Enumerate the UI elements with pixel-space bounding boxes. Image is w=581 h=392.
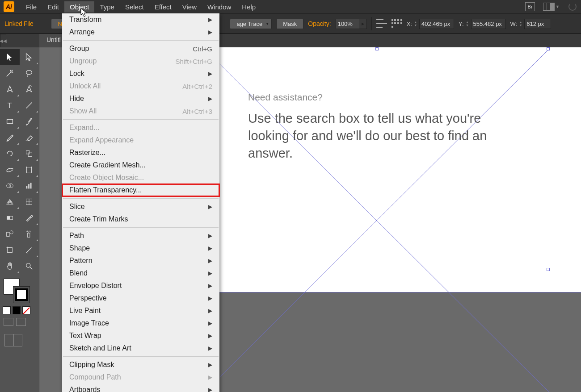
menu-item-clipping-mask[interactable]: Clipping Mask▶	[62, 359, 219, 371]
menu-item-rasterize[interactable]: Rasterize...	[62, 146, 219, 159]
pen-tool[interactable]	[0, 81, 20, 97]
menu-item-create-gradient-mesh[interactable]: Create Gradient Mesh...	[62, 159, 219, 171]
menu-item-image-trace[interactable]: Image Trace▶	[62, 317, 219, 329]
menu-item-text-wrap[interactable]: Text Wrap▶	[62, 329, 219, 342]
bridge-icon[interactable]: Br	[525, 2, 535, 11]
menu-item-shape[interactable]: Shape▶	[62, 242, 219, 254]
align-grid-icon[interactable]	[392, 19, 402, 28]
spinner[interactable]: ▲▼	[518, 21, 523, 27]
menu-view[interactable]: View	[177, 1, 202, 13]
menu-item-perspective[interactable]: Perspective▶	[62, 292, 219, 304]
menu-file[interactable]: File	[21, 1, 42, 13]
menu-item-create-trim-marks[interactable]: Create Trim Marks	[62, 213, 219, 225]
image-trace-button[interactable]: age Trace	[230, 19, 272, 29]
width-tool[interactable]	[0, 162, 20, 178]
color-swatch-group	[0, 279, 39, 304]
magic-wand-tool[interactable]	[0, 65, 20, 81]
type-tool[interactable]: T	[0, 97, 20, 113]
opacity-input[interactable]	[336, 19, 359, 29]
perspective-grid-tool[interactable]	[0, 194, 20, 210]
screen-mode-icon[interactable]	[4, 334, 22, 346]
lasso-tool[interactable]	[20, 65, 39, 81]
color-mode-none[interactable]	[22, 306, 30, 314]
menu-item-group[interactable]: GroupCtrl+G	[62, 42, 219, 55]
menu-item-sketch-and-line-art[interactable]: Sketch and Line Art▶	[62, 342, 219, 354]
panel-collapse-toggle[interactable]: ◀◀	[0, 34, 6, 47]
scale-tool[interactable]	[20, 146, 39, 162]
chevron-down-icon[interactable]: ▼	[556, 4, 560, 9]
mask-button[interactable]: Mask	[276, 19, 303, 29]
menu-edit[interactable]: Edit	[42, 1, 64, 13]
spinner[interactable]: ▲▼	[413, 21, 418, 27]
menu-item-pattern[interactable]: Pattern▶	[62, 254, 219, 267]
menu-type[interactable]: Type	[94, 1, 120, 13]
draw-behind[interactable]	[16, 318, 26, 326]
paintbrush-tool[interactable]	[20, 113, 39, 129]
gradient-tool[interactable]	[0, 210, 20, 226]
menu-effect[interactable]: Effect	[149, 1, 177, 13]
menu-window[interactable]: Window	[202, 1, 236, 13]
rotate-tool[interactable]	[0, 146, 20, 162]
zoom-tool[interactable]	[20, 258, 39, 274]
selection-handle[interactable]	[547, 47, 550, 50]
stroke-color-swatch[interactable]	[13, 287, 29, 303]
selection-handle[interactable]	[375, 47, 379, 50]
menu-item-live-paint[interactable]: Live Paint▶	[62, 304, 219, 317]
blend-tool[interactable]	[0, 226, 20, 242]
menu-item-slice[interactable]: Slice▶	[62, 200, 219, 213]
menu-item-label: Expand...	[69, 124, 100, 132]
rectangle-tool[interactable]	[0, 113, 20, 129]
artboard[interactable]: Need assistance? Use the search box to t…	[218, 47, 581, 292]
submenu-arrow-icon: ▶	[208, 96, 212, 102]
menu-item-path[interactable]: Path▶	[62, 229, 219, 242]
curvature-tool[interactable]	[20, 81, 39, 97]
sync-icon[interactable]	[568, 2, 577, 12]
submenu-arrow-icon: ▶	[208, 29, 212, 35]
workspace-layout-icon[interactable]	[543, 3, 555, 11]
chevron-down-icon[interactable]: ▶	[359, 22, 366, 26]
menu-item-blend[interactable]: Blend▶	[62, 267, 219, 279]
menu-item-hide[interactable]: Hide▶	[62, 92, 219, 105]
placed-text: Need assistance? Use the search box to t…	[248, 92, 516, 162]
menu-item-label: Create Trim Marks	[69, 215, 128, 223]
color-mode-gradient[interactable]	[13, 306, 21, 314]
submenu-arrow-icon: ▶	[208, 283, 212, 289]
selection-tool[interactable]	[0, 49, 20, 65]
menu-object[interactable]: Object	[64, 1, 94, 13]
submenu-arrow-icon: ▶	[208, 245, 212, 251]
free-transform-tool[interactable]	[20, 162, 39, 178]
menu-help[interactable]: Help	[236, 1, 261, 13]
symbol-sprayer-tool[interactable]	[20, 226, 39, 242]
spinner[interactable]: ▲▼	[465, 21, 470, 27]
menu-item-envelope-distort[interactable]: Envelope Distort▶	[62, 279, 219, 292]
direct-selection-tool[interactable]	[20, 49, 39, 65]
submenu-arrow-icon: ▶	[208, 204, 212, 210]
slice-tool[interactable]	[20, 242, 39, 258]
shape-builder-tool[interactable]	[0, 178, 20, 194]
menu-item-label: Rasterize...	[69, 149, 105, 157]
menu-item-label: Ungroup	[69, 57, 97, 65]
w-input[interactable]	[524, 19, 551, 29]
menu-item-flatten-transparency[interactable]: Flatten Transparency...	[62, 184, 219, 196]
x-input[interactable]	[419, 19, 454, 29]
menu-item-artboards[interactable]: Artboards▶	[62, 384, 219, 392]
color-mode-color[interactable]	[3, 306, 11, 314]
menu-separator	[63, 119, 219, 120]
menu-select[interactable]: Select	[120, 1, 149, 13]
menu-item-arrange[interactable]: Arrange▶	[62, 26, 219, 38]
graph-tool[interactable]	[20, 178, 39, 194]
eraser-tool[interactable]	[20, 129, 39, 146]
line-tool[interactable]	[20, 97, 39, 113]
y-input[interactable]	[471, 19, 506, 29]
eyedropper-tool[interactable]	[20, 210, 39, 226]
draw-normal[interactable]	[4, 318, 13, 326]
menu-item-lock[interactable]: Lock▶	[62, 67, 219, 80]
selection-handle[interactable]	[547, 268, 550, 271]
artboard-tool[interactable]	[0, 242, 20, 258]
mesh-tool[interactable]	[20, 194, 39, 210]
align-stack-icon[interactable]	[376, 19, 387, 28]
pencil-tool[interactable]	[0, 129, 20, 146]
color-mode-row	[3, 306, 39, 314]
hand-tool[interactable]	[0, 258, 20, 274]
menu-item-label: Lock	[69, 70, 84, 78]
